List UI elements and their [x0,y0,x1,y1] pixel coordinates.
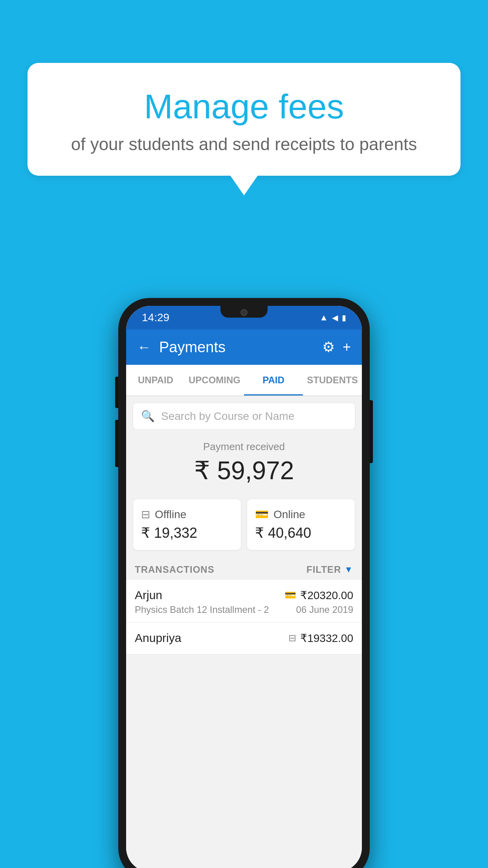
online-type-label: Online [273,508,305,521]
transaction-amount: ₹20320.00 [300,589,353,602]
search-placeholder-text: Search by Course or Name [161,410,294,423]
tab-students[interactable]: STUDENTS [303,365,362,395]
transactions-label: TRANSACTIONS [135,564,215,575]
battery-icon: ▮ [342,313,346,322]
phone-frame: 14:29 ▲ ◀ ▮ ← Payments ⚙ + UNPAID UPCOMI… [118,298,370,868]
tab-unpaid[interactable]: UNPAID [126,365,185,395]
tab-upcoming[interactable]: UPCOMING [185,365,244,395]
transaction-date: 06 June 2019 [296,604,353,615]
offline-icon: ⊟ [141,508,150,521]
bubble-title: Manage fees [51,86,437,127]
transaction-row2: Physics Batch 12 Installment - 2 06 June… [135,604,353,615]
payment-cards: ⊟ Offline ₹ 19,332 💳 Online ₹ 40,640 [126,493,362,556]
search-bar[interactable]: 🔍 Search by Course or Name [133,403,355,429]
offline-card-header: ⊟ Offline [141,508,186,521]
content-area: 🔍 Search by Course or Name Payment recei… [126,396,362,868]
bubble-subtitle: of your students and send receipts to pa… [51,134,437,154]
plus-icon[interactable]: + [343,339,351,355]
phone-side-right [370,400,373,463]
offline-payment-icon: ⊟ [288,633,296,644]
offline-amount: ₹ 19,332 [141,525,197,541]
phone-camera [240,309,248,316]
gear-icon[interactable]: ⚙ [322,339,335,355]
transactions-header: TRANSACTIONS FILTER ▼ [126,556,362,580]
tab-paid[interactable]: PAID [244,365,303,395]
table-row[interactable]: Arjun 💳 ₹20320.00 Physics Batch 12 Insta… [126,580,362,623]
phone-side-left [115,377,118,408]
status-icons: ▲ ◀ ▮ [319,313,346,323]
transaction-name: Anupriya [135,631,181,645]
speech-bubble: Manage fees of your students and send re… [28,63,460,176]
search-icon: 🔍 [141,410,155,423]
online-amount: ₹ 40,640 [255,525,311,541]
speech-bubble-container: Manage fees of your students and send re… [28,63,460,195]
filter-label: FILTER [306,564,341,575]
card-icon: 💳 [284,590,296,601]
phone-inner: 14:29 ▲ ◀ ▮ ← Payments ⚙ + UNPAID UPCOMI… [126,306,362,868]
transaction-amount-wrap: 💳 ₹20320.00 [284,589,353,602]
filter-icon: ▼ [344,565,353,575]
table-row[interactable]: Anupriya ⊟ ₹19332.00 [126,623,362,655]
transaction-row1: Anupriya ⊟ ₹19332.00 [135,631,353,645]
tabs-bar: UNPAID UPCOMING PAID STUDENTS [126,365,362,396]
online-card-header: 💳 Online [255,508,305,521]
transaction-amount: ₹19332.00 [300,632,353,645]
transaction-amount-wrap: ⊟ ₹19332.00 [288,632,353,645]
transaction-list: Arjun 💳 ₹20320.00 Physics Batch 12 Insta… [126,580,362,655]
app-bar: ← Payments ⚙ + [126,329,362,365]
back-button[interactable]: ← [137,339,151,355]
payment-received-section: Payment received ₹ 59,972 [126,429,362,493]
transaction-course: Physics Batch 12 Installment - 2 [135,604,269,615]
status-time: 14:29 [142,311,169,324]
online-icon: 💳 [255,508,269,521]
online-payment-card: 💳 Online ₹ 40,640 [247,499,355,550]
payment-received-amount: ₹ 59,972 [134,456,354,485]
offline-payment-card: ⊟ Offline ₹ 19,332 [133,499,241,550]
filter-button[interactable]: FILTER ▼ [306,564,353,575]
payment-received-label: Payment received [134,441,354,453]
transaction-name: Arjun [135,588,162,602]
wifi-icon: ▲ [319,313,328,323]
speech-bubble-arrow [230,175,258,195]
app-bar-icons: ⚙ + [322,339,351,355]
app-title: Payments [159,339,322,356]
transaction-row1: Arjun 💳 ₹20320.00 [135,588,353,602]
phone-side-left2 [115,420,118,467]
signal-icon: ◀ [332,313,338,322]
offline-type-label: Offline [155,508,186,521]
